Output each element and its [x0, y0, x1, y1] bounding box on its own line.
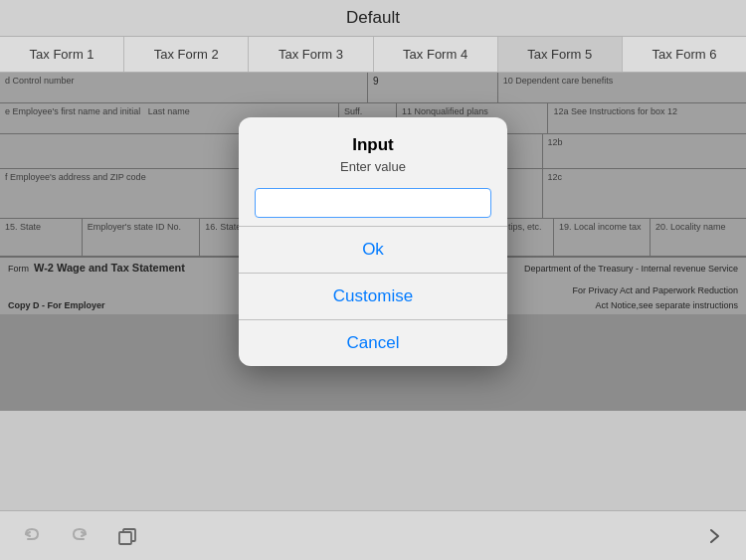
tab-tax-form-5[interactable]: Tax Form 5 [498, 37, 623, 72]
modal-overlay: Input Enter value Ok Customise Cancel [0, 73, 746, 411]
header-title: Default [346, 8, 400, 27]
modal-text-input[interactable] [255, 188, 491, 218]
redo-button[interactable] [64, 520, 95, 552]
toolbar-left-group [16, 520, 143, 552]
tab-tax-form-6[interactable]: Tax Form 6 [623, 37, 746, 72]
bottom-toolbar [0, 510, 746, 560]
tab-bar: Tax Form 1 Tax Form 2 Tax Form 3 Tax For… [0, 37, 746, 73]
next-chevron-icon [703, 525, 725, 547]
app-header: Default [0, 0, 746, 37]
redo-icon [69, 525, 91, 547]
tab-tax-form-4[interactable]: Tax Form 4 [374, 37, 498, 72]
tab-tax-form-1[interactable]: Tax Form 1 [0, 37, 124, 72]
modal-subtitle: Enter value [255, 159, 491, 174]
undo-icon [21, 525, 43, 547]
tab-tax-form-3[interactable]: Tax Form 3 [249, 37, 373, 72]
content-area: d Control number 9 10 Dependent care ben… [0, 73, 746, 461]
customise-button[interactable]: Customise [239, 273, 507, 319]
copy-icon [116, 525, 138, 547]
modal-input-wrap [239, 178, 507, 226]
modal-title: Input [255, 135, 491, 155]
next-button[interactable] [698, 520, 730, 552]
modal-header: Input Enter value [239, 117, 507, 178]
ok-button[interactable]: Ok [239, 227, 507, 273]
input-modal: Input Enter value Ok Customise Cancel [239, 117, 507, 366]
copy-button[interactable] [111, 520, 143, 552]
undo-button[interactable] [16, 520, 48, 552]
svg-rect-0 [119, 532, 131, 544]
tab-tax-form-2[interactable]: Tax Form 2 [124, 37, 249, 72]
cancel-button[interactable]: Cancel [239, 319, 507, 366]
